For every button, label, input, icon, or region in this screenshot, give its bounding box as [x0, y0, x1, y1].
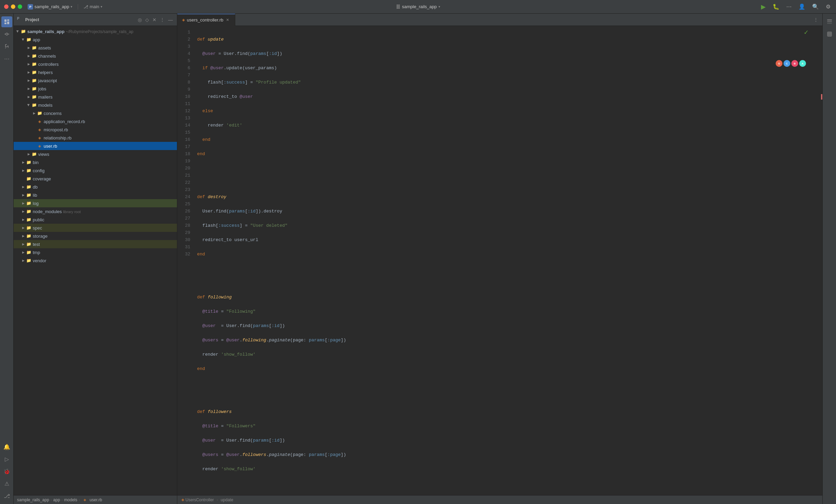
assets-arrow: ▶ — [26, 45, 31, 50]
status-sep: › — [217, 498, 218, 502]
tree-item-mailers[interactable]: ▶ 📁 mailers — [14, 93, 177, 101]
tree-item-tmp[interactable]: ▶ 📁 tmp — [14, 248, 177, 256]
config-arrow: ▶ — [20, 168, 26, 173]
terminal-icon[interactable]: ⚠ — [1, 478, 12, 489]
tree-item-assets[interactable]: ▶ 📁 assets — [14, 44, 177, 52]
tree-item-vendor[interactable]: ▶ 📁 vendor — [14, 256, 177, 265]
node-modules-label: node_modules library root — [33, 209, 81, 214]
tree-item-controllers[interactable]: ▶ 📁 controllers — [14, 60, 177, 68]
panel-minimize-btn[interactable]: — — [167, 16, 174, 23]
assets-label: assets — [38, 45, 51, 50]
bc-file[interactable]: user.rb — [90, 498, 102, 502]
tree-item-views[interactable]: ▶ 📁 views — [14, 150, 177, 158]
avatar-4: A — [799, 60, 806, 67]
tree-item-helpers[interactable]: ▶ 📁 helpers — [14, 68, 177, 76]
more-icon[interactable]: ⋯ — [1, 53, 12, 64]
root-label: sample_rails_app ~/RubymineProjects/samp… — [27, 29, 133, 34]
active-tab[interactable]: ◈ users_controller.rb ✕ — [177, 14, 235, 26]
notifications-icon[interactable]: 🔔 — [1, 441, 12, 452]
tree-item-log[interactable]: ▶ 📁 log — [14, 199, 177, 207]
check-mark: ✓ — [804, 29, 809, 36]
models-arrow: ▶ — [26, 102, 31, 108]
public-folder-icon: 📁 — [26, 217, 31, 222]
mailers-arrow: ▶ — [26, 94, 31, 100]
tree-item-channels[interactable]: ▶ 📁 channels — [14, 52, 177, 60]
commits-icon[interactable] — [1, 29, 12, 40]
run-panel-icon[interactable]: ▷ — [1, 454, 12, 464]
maximize-button[interactable] — [18, 4, 22, 9]
method-breadcrumb[interactable]: update — [221, 498, 233, 502]
root-folder-icon: 📁 — [20, 29, 26, 34]
tree-item-db[interactable]: ▶ 📁 db — [14, 183, 177, 191]
panel-title: Project — [25, 17, 135, 22]
file-tree-panel: P Project ◎ ◇ ✕ ⋮ — ▶ 📁 sample_rails_app… — [14, 14, 177, 504]
more-options-button[interactable]: ⋯ — [785, 3, 793, 11]
svg-rect-1 — [7, 19, 9, 21]
app-arrow: ▶ — [20, 37, 26, 42]
models-folder-icon: 📁 — [31, 102, 37, 108]
tab-bar: ◈ users_controller.rb ✕ ⋮ — [177, 14, 822, 26]
controller-breadcrumb[interactable]: ◈ UsersController — [181, 498, 214, 502]
relationship-label: relationship.rb — [44, 135, 72, 140]
structure-icon[interactable] — [824, 16, 835, 27]
tree-item-lib[interactable]: ▶ 📁 lib — [14, 191, 177, 199]
tree-item-spec[interactable]: ▶ 📁 spec — [14, 224, 177, 232]
tree-root[interactable]: ▶ 📁 sample_rails_app ~/RubymineProjects/… — [14, 27, 177, 35]
tree-item-coverage[interactable]: ▶ 📁 coverage — [14, 175, 177, 183]
panel-scope-btn[interactable]: ◎ — [137, 16, 143, 23]
activity-bar: ⋯ 🔔 ▷ 🐞 ⚠ ⎇ — [0, 14, 14, 504]
search-button[interactable]: 🔍 — [811, 3, 820, 11]
branch-selector[interactable]: ⎇ main ▾ — [84, 4, 102, 9]
account-button[interactable]: 👤 — [797, 3, 807, 11]
tree-item-node-modules[interactable]: ▶ 📁 node_modules library root — [14, 207, 177, 216]
tree-item-jobs[interactable]: ▶ 📁 jobs — [14, 85, 177, 93]
panel-collapse-btn[interactable]: ◇ — [145, 16, 150, 23]
close-button[interactable] — [4, 4, 9, 9]
branch-name: main — [90, 4, 99, 9]
tree-item-storage[interactable]: ▶ 📁 storage — [14, 232, 177, 240]
merge-icon[interactable] — [1, 41, 12, 52]
bc-app[interactable]: app — [53, 498, 60, 502]
tree-item-javascript[interactable]: ▶ 📁 javascript — [14, 76, 177, 85]
panel-app-icon: P — [17, 17, 23, 23]
tree-item-micropost[interactable]: ▶ ◈ micropost.rb — [14, 125, 177, 134]
svg-rect-9 — [827, 23, 832, 24]
run-button[interactable]: ▶ — [760, 2, 767, 11]
tab-more-btn[interactable]: ⋮ — [813, 16, 819, 23]
panel-more-btn[interactable]: ⋮ — [159, 16, 165, 23]
code-editor[interactable]: ✓ G C B A 12345 678910 1112131415 161718… — [177, 26, 822, 495]
tree-item-test[interactable]: ▶ 📁 test — [14, 240, 177, 248]
tree-item-public[interactable]: ▶ 📁 public — [14, 216, 177, 224]
layers-icon[interactable] — [824, 29, 835, 40]
settings-button[interactable]: ⚙ — [824, 3, 832, 11]
public-arrow: ▶ — [20, 217, 26, 222]
minimize-button[interactable] — [11, 4, 15, 9]
helpers-arrow: ▶ — [26, 70, 31, 75]
javascript-label: javascript — [38, 78, 57, 83]
tree-item-application-record[interactable]: ▶ ◈ application_record.rb — [14, 117, 177, 125]
tree-item-user[interactable]: ▶ ◈ user.rb — [14, 142, 177, 150]
tree-item-concerns[interactable]: ▶ 📁 concerns — [14, 109, 177, 117]
storage-arrow: ▶ — [20, 233, 26, 239]
git-panel-icon[interactable]: ⎇ — [1, 490, 12, 501]
bc-project[interactable]: sample_rails_app — [17, 498, 49, 502]
explorer-icon[interactable] — [1, 16, 12, 27]
test-label: test — [33, 242, 40, 247]
debug-button[interactable]: 🐛 — [771, 3, 781, 11]
avatar-1: G — [776, 60, 782, 67]
panel-close-btn[interactable]: ✕ — [152, 16, 157, 23]
jobs-arrow: ▶ — [26, 86, 31, 91]
titlebar-app-icon: 🛤 — [396, 4, 400, 9]
bc-models[interactable]: models — [64, 498, 77, 502]
tree-item-models[interactable]: ▶ 📁 models — [14, 101, 177, 109]
tree-item-app[interactable]: ▶ 📁 app — [14, 35, 177, 44]
project-selector[interactable]: P sample_rails_app ▾ — [28, 4, 72, 10]
tree-item-relationship[interactable]: ▶ ◈ relationship.rb — [14, 134, 177, 142]
tree-item-bin[interactable]: ▶ 📁 bin — [14, 158, 177, 166]
tab-close-btn[interactable]: ✕ — [225, 18, 230, 23]
micropost-label: micropost.rb — [44, 127, 68, 132]
debug-panel-icon[interactable]: 🐞 — [1, 466, 12, 477]
spec-folder-icon: 📁 — [26, 225, 31, 231]
tree-item-config[interactable]: ▶ 📁 config — [14, 166, 177, 175]
app-name-display: 🛤 sample_rails_app ▾ — [396, 4, 440, 9]
